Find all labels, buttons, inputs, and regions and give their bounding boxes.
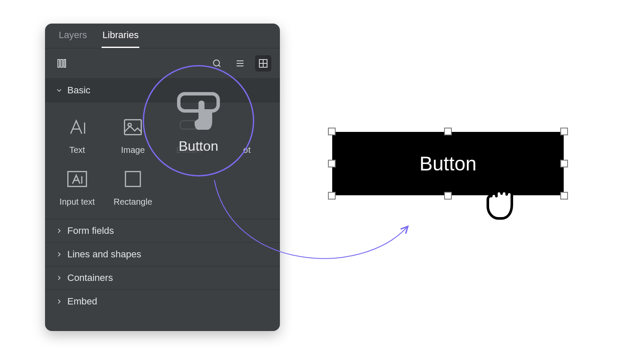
component-rectangle[interactable]: Rectangle	[105, 163, 161, 215]
text-icon	[49, 115, 105, 139]
hotspot-icon	[216, 115, 255, 139]
svg-point-3	[213, 60, 219, 66]
svg-rect-1	[61, 60, 63, 67]
library-source-icon[interactable]	[54, 55, 70, 72]
chevron-right-icon	[55, 227, 63, 235]
section-label: Form fields	[67, 225, 114, 236]
resize-handle-bl[interactable]	[328, 192, 336, 200]
section-label: Embed	[67, 296, 97, 307]
grid-view-icon[interactable]	[255, 55, 271, 72]
resize-handle-tl[interactable]	[328, 128, 336, 135]
svg-rect-13	[125, 120, 141, 135]
resize-handle-bm[interactable]	[444, 192, 452, 200]
resize-handle-br[interactable]	[560, 192, 568, 200]
svg-line-4	[219, 65, 220, 67]
canvas-button-selection[interactable]: Button	[328, 128, 568, 200]
section-embed[interactable]: Embed	[45, 289, 280, 313]
component-label: Image	[105, 145, 161, 155]
component-label: Input text	[49, 197, 105, 207]
svg-rect-0	[58, 60, 60, 67]
section-label: Lines and shapes	[67, 249, 141, 260]
tab-libraries[interactable]: Libraries	[102, 30, 139, 48]
collapsed-sections: Form fields Lines and shapes Containers …	[45, 219, 280, 313]
list-view-icon[interactable]	[232, 55, 248, 72]
basic-components: Text Image Butt	[45, 102, 280, 219]
component-hotspot[interactable]: ot	[216, 111, 255, 163]
component-input-text[interactable]: Input text	[49, 163, 105, 215]
svg-rect-15	[180, 121, 197, 129]
libraries-panel: Layers Libraries	[45, 24, 280, 331]
component-button[interactable]: Button	[161, 111, 216, 163]
section-form-fields[interactable]: Form fields	[45, 219, 280, 242]
section-basic[interactable]: Basic	[45, 78, 280, 102]
component-label: ot	[216, 145, 255, 155]
chevron-right-icon	[55, 274, 63, 282]
input-text-icon	[49, 167, 105, 191]
section-label: Containers	[67, 272, 113, 283]
rectangle-icon	[105, 167, 161, 191]
component-label: Rectangle	[105, 197, 161, 207]
component-text[interactable]: Text	[49, 111, 105, 163]
image-icon	[105, 115, 161, 139]
resize-handle-mr[interactable]	[560, 160, 568, 167]
canvas-button-label: Button	[420, 152, 477, 175]
resize-handle-tm[interactable]	[444, 128, 452, 135]
chevron-right-icon	[55, 298, 63, 305]
panel-toolbar	[45, 48, 280, 78]
section-label: Basic	[67, 85, 90, 96]
tab-layers[interactable]: Layers	[58, 30, 88, 48]
component-label: Button	[161, 145, 216, 155]
component-label: Text	[49, 145, 105, 155]
resize-handle-ml[interactable]	[328, 160, 336, 167]
section-containers[interactable]: Containers	[45, 266, 280, 289]
panel-tabs: Layers Libraries	[45, 24, 280, 48]
chevron-down-icon	[55, 87, 63, 94]
search-icon[interactable]	[209, 55, 225, 72]
resize-handle-tr[interactable]	[560, 128, 568, 135]
component-image[interactable]: Image	[105, 111, 161, 163]
button-icon	[161, 115, 216, 139]
canvas-button[interactable]: Button	[332, 132, 564, 195]
chevron-right-icon	[55, 251, 63, 258]
svg-rect-2	[64, 60, 66, 67]
section-lines-shapes[interactable]: Lines and shapes	[45, 242, 280, 266]
svg-rect-16	[68, 172, 86, 187]
svg-rect-19	[126, 172, 141, 187]
